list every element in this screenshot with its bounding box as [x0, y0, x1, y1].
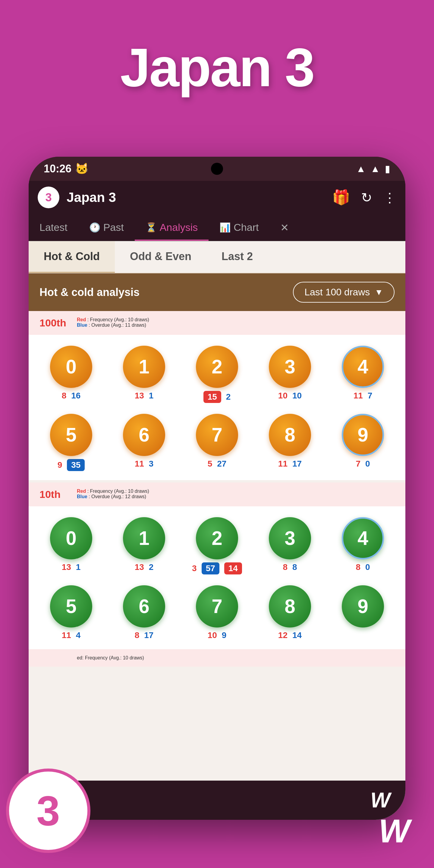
footer-desc-text: ed: Frequency (Avg.: 10 draws) — [77, 655, 144, 660]
tab-past[interactable]: 🕐 Past — [79, 214, 135, 241]
desc-red-label: Red — [77, 317, 86, 322]
green-ball-7: 7 — [196, 585, 238, 627]
ball-5: 5 — [50, 414, 92, 456]
page-title: Japan 3 — [0, 36, 434, 98]
tab-analysis[interactable]: ⏳ Analysis — [135, 214, 209, 241]
ball-4-blue: 7 — [368, 391, 373, 401]
desc-red-text-2: : Frequency (Avg.: 10 draws) — [87, 489, 149, 494]
ball-cell-8: 8 11 17 — [253, 409, 327, 477]
green-ball-cell-0: 0 13 1 — [35, 513, 107, 581]
green-ball-8-red: 12 — [278, 630, 287, 640]
footer-desc: ed: Frequency (Avg.: 10 draws) — [77, 655, 144, 661]
app-bar: 3 Japan 3 🎁 ↻ ⋮ — [29, 181, 405, 214]
ball-8-stats: 11 17 — [278, 459, 302, 469]
bottom-logo-circle: 3 — [6, 769, 90, 853]
phone-frame: 10:26 🐱 ▲ ▲ ▮ 3 Japan 3 🎁 ↻ ⋮ Latest — [29, 157, 405, 820]
green-ball-2-stats: 3 57 14 — [192, 562, 242, 575]
bottom-logo-number: 3 — [36, 786, 60, 835]
green-ball-1-blue: 2 — [149, 562, 154, 572]
ball-0-blue: 16 — [71, 391, 81, 401]
green-ball-8-blue: 14 — [292, 630, 302, 640]
ball-6-red: 11 — [135, 459, 144, 469]
green-ball-cell-4: 4 8 0 — [327, 513, 399, 581]
wifi-icon: ▲ — [356, 163, 366, 175]
tab-latest[interactable]: Latest — [29, 214, 79, 241]
ball-cell-4: 4 11 7 — [327, 341, 399, 409]
draws-selector[interactable]: Last 100 draws ▼ — [293, 282, 395, 303]
green-ball-5-red: 11 — [62, 630, 71, 640]
ball-8: 8 — [269, 414, 311, 456]
w-logo: W — [370, 788, 390, 812]
status-bar: 10:26 🐱 ▲ ▲ ▮ — [29, 157, 405, 181]
section-100th-header: 100th Red : Frequency (Avg.: 10 draws) B… — [29, 311, 405, 335]
green-ball-7-red: 10 — [208, 630, 217, 640]
ball-5-stats: 9 35 — [58, 459, 85, 471]
footer-partial: ed: Frequency (Avg.: 10 draws) — [29, 649, 405, 667]
sub-tab-last2-label: Last 2 — [221, 250, 253, 262]
section-10th-desc: Red : Frequency (Avg.: 10 draws) Blue : … — [77, 489, 149, 499]
app-bar-actions: 🎁 ↻ ⋮ — [332, 189, 396, 206]
outer-w-logo: W — [378, 812, 410, 850]
green-ball-cell-2: 2 3 57 14 — [181, 513, 253, 581]
ball-cell-2: 2 15 2 — [181, 341, 253, 409]
sub-tab-hot-cold[interactable]: Hot & Cold — [29, 241, 115, 273]
status-time: 10:26 🐱 — [44, 162, 89, 175]
ball-3-stats: 10 10 — [278, 391, 302, 401]
green-ball-8: 8 — [269, 585, 311, 627]
tab-past-label: Past — [103, 221, 124, 233]
refresh-icon[interactable]: ↻ — [361, 190, 372, 205]
sub-tab-last2[interactable]: Last 2 — [207, 241, 268, 273]
chart-icon: 📊 — [219, 222, 230, 233]
ball-3: 3 — [269, 346, 311, 388]
green-ball-4: 4 — [342, 517, 384, 559]
green-ball-3-red: 8 — [283, 562, 287, 572]
green-ball-2-badge-blue: 57 — [202, 562, 219, 575]
ball-2-stats: 15 2 — [204, 391, 231, 403]
ball-9: 9 — [342, 414, 384, 456]
phone-content: 3 Japan 3 🎁 ↻ ⋮ Latest 🕐 Past ⏳ Analysis — [29, 181, 405, 820]
tab-latest-label: Latest — [39, 221, 67, 233]
green-ball-1-red: 13 — [135, 562, 144, 572]
ball-7: 7 — [196, 414, 238, 456]
ball-0-red: 8 — [62, 391, 67, 401]
green-ball-0-blue: 1 — [76, 562, 81, 572]
desc-blue-text: : Overdue (Avg.: 11 draws) — [89, 322, 146, 328]
camera-hole — [211, 163, 223, 175]
ball-cell-5: 5 9 35 — [35, 409, 107, 477]
section-10th-rank: 10th — [39, 489, 70, 500]
section-100th: 100th Red : Frequency (Avg.: 10 draws) B… — [29, 311, 405, 480]
ball-9-blue: 0 — [365, 459, 370, 469]
section-100th-desc: Red : Frequency (Avg.: 10 draws) Blue : … — [77, 317, 149, 328]
green-ball-1-stats: 13 2 — [135, 562, 154, 572]
analysis-header: Hot & cold analysis Last 100 draws ▼ — [29, 273, 405, 311]
scrollable-content: Hot & Cold Odd & Even Last 2 Hot & cold … — [29, 241, 405, 820]
ball-7-blue: 27 — [217, 459, 226, 469]
ball-0-stats: 8 16 — [62, 391, 81, 401]
more-icon[interactable]: ⋮ — [383, 190, 396, 205]
green-ball-4-red: 8 — [355, 562, 361, 572]
ball-6: 6 — [123, 414, 165, 456]
green-ball-cell-3: 3 8 8 — [253, 513, 327, 581]
green-ball-3: 3 — [269, 517, 311, 559]
green-ball-5-blue: 4 — [76, 630, 81, 640]
analysis-title: Hot & cold analysis — [39, 286, 140, 299]
green-ball-cell-6: 6 8 17 — [107, 581, 181, 646]
sub-tab-odd-even[interactable]: Odd & Even — [115, 241, 207, 273]
green-ball-4-blue: 0 — [365, 562, 370, 572]
ball-6-blue: 3 — [149, 459, 154, 469]
tab-more[interactable]: ✕ — [270, 214, 300, 241]
section-10th-balls: 0 13 1 1 13 2 — [29, 506, 405, 649]
desc-blue-text-2: : Overdue (Avg.: 12 draws) — [89, 494, 146, 499]
ball-1-red: 13 — [135, 391, 144, 401]
ball-7-red: 5 — [208, 459, 213, 469]
past-icon: 🕐 — [89, 222, 100, 233]
ball-2-blue: 2 — [226, 392, 231, 402]
green-ball-6-stats: 8 17 — [135, 630, 154, 640]
gift-icon[interactable]: 🎁 — [332, 189, 350, 206]
tab-chart[interactable]: 📊 Chart — [209, 214, 270, 241]
section-10th-header: 10th Red : Frequency (Avg.: 10 draws) Bl… — [29, 483, 405, 506]
analysis-icon: ⏳ — [146, 222, 157, 233]
outer-w-letter: W — [378, 812, 410, 849]
green-ball-cell-9: 9 — [327, 581, 399, 646]
ball-3-blue: 10 — [292, 391, 302, 401]
